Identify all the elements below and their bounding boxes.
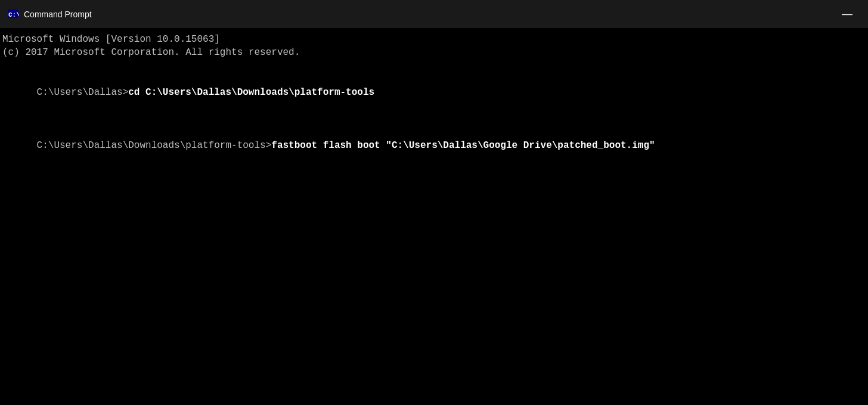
console-area[interactable]: Microsoft Windows [Version 10.0.15063] (…	[0, 28, 868, 405]
title-bar-controls: —	[833, 5, 861, 24]
window-title: Command Prompt	[24, 10, 92, 19]
prompt-1: C:\Users\Dallas>	[37, 87, 129, 98]
blank-line-1	[2, 60, 866, 73]
version-line: Microsoft Windows [Version 10.0.15063]	[2, 33, 866, 46]
command-prompt-window: C:\ Command Prompt — Microsoft Windows […	[0, 0, 868, 405]
cd-command-line: C:\Users\Dallas>cd C:\Users\Dallas\Downl…	[2, 73, 866, 113]
title-bar-left: C:\ Command Prompt	[7, 8, 92, 20]
fastboot-command-line: C:\Users\Dallas\Downloads\platform-tools…	[2, 126, 866, 166]
minimize-button[interactable]: —	[833, 5, 861, 24]
fastboot-command: fastboot flash boot "C:\Users\Dallas\Goo…	[271, 140, 655, 151]
svg-text:C:\: C:\	[8, 11, 19, 18]
blank-line-2	[2, 113, 866, 126]
copyright-line: (c) 2017 Microsoft Corporation. All righ…	[2, 46, 866, 59]
prompt-2: C:\Users\Dallas\Downloads\platform-tools…	[37, 140, 272, 151]
cd-command: cd C:\Users\Dallas\Downloads\platform-to…	[128, 87, 374, 98]
cmd-icon: C:\	[7, 8, 19, 20]
title-bar: C:\ Command Prompt —	[0, 0, 868, 28]
